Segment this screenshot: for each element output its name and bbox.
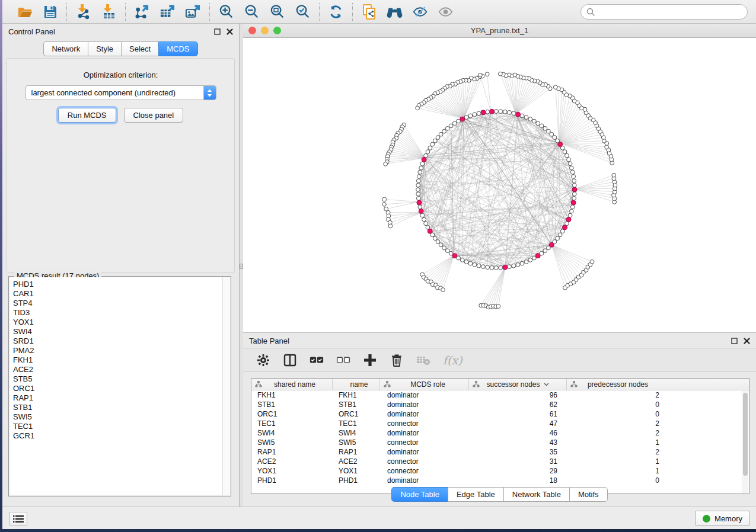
float-panel-icon[interactable] xyxy=(731,338,738,344)
import-table-icon[interactable] xyxy=(101,4,117,20)
tab-network-table[interactable]: Network Table xyxy=(503,487,569,502)
table-cell[interactable]: RAP1 xyxy=(333,448,380,456)
table-scrollbar-thumb[interactable] xyxy=(743,393,748,476)
tab-style[interactable]: Style xyxy=(88,41,121,56)
memory-button[interactable]: Memory xyxy=(695,511,750,526)
table-cell[interactable]: FKH1 xyxy=(251,391,333,399)
table-cell[interactable]: 2 xyxy=(567,419,669,428)
close-panel-icon[interactable] xyxy=(227,28,233,35)
deselect-all-icon[interactable] xyxy=(336,353,350,367)
zoom-fit-icon[interactable] xyxy=(269,4,285,20)
mcds-result-item[interactable]: SRD1 xyxy=(13,336,230,346)
float-panel-icon[interactable] xyxy=(214,28,221,35)
table-cell[interactable]: SWI4 xyxy=(333,429,380,437)
table-cell[interactable]: SWI5 xyxy=(333,438,380,447)
network-canvas[interactable] xyxy=(243,38,756,332)
delete-column-icon[interactable] xyxy=(390,353,404,367)
table-cell[interactable]: 2 xyxy=(567,391,669,399)
mcds-result-item[interactable]: RAP1 xyxy=(13,393,230,403)
select-all-icon[interactable] xyxy=(310,353,324,367)
optimization-criterion-select[interactable]: largest connected component (undirected) xyxy=(25,85,216,100)
table-cell[interactable]: ORC1 xyxy=(251,410,333,418)
mcds-result-item[interactable]: STB5 xyxy=(13,374,230,384)
export-image-icon[interactable] xyxy=(185,4,201,20)
global-search[interactable] xyxy=(580,4,748,20)
mcds-result-item[interactable]: PHD1 xyxy=(13,280,230,289)
table-cell[interactable]: 1 xyxy=(567,438,669,447)
table-row[interactable]: YOX1YOX1connector291 xyxy=(251,466,749,476)
table-cell[interactable]: 61 xyxy=(469,410,567,418)
table-row[interactable]: TEC1TEC1connector472 xyxy=(251,419,749,428)
table-cell[interactable]: SWI5 xyxy=(251,438,333,447)
mcds-result-item[interactable]: PMA2 xyxy=(13,346,230,355)
table-cell[interactable]: 0 xyxy=(567,410,669,418)
table-row[interactable]: RAP1RAP1dominator352 xyxy=(251,447,749,457)
table-cell[interactable]: ORC1 xyxy=(333,410,380,418)
table-row[interactable]: SWI4SWI4dominator462 xyxy=(251,428,749,438)
table-cell[interactable]: YOX1 xyxy=(333,467,380,475)
table-cell[interactable]: 18 xyxy=(469,476,567,485)
mcds-result-item[interactable]: FKH1 xyxy=(13,355,230,365)
network-graph[interactable] xyxy=(243,38,756,332)
run-mcds-button[interactable]: Run MCDS xyxy=(58,108,116,123)
table-row[interactable]: FKH1FKH1dominator962 xyxy=(251,390,749,400)
table-cell[interactable]: 29 xyxy=(469,467,567,475)
add-column-icon[interactable] xyxy=(363,353,377,367)
import-network-icon[interactable] xyxy=(75,4,91,20)
show-panels-list-button[interactable] xyxy=(9,512,27,525)
find-binoculars-icon[interactable] xyxy=(387,4,403,20)
column-header-predecessor-nodes[interactable]: predecessor nodes xyxy=(567,379,669,390)
table-cell[interactable]: dominator xyxy=(380,391,469,399)
table-cell[interactable]: FKH1 xyxy=(333,391,380,399)
table-cell[interactable]: 1 xyxy=(567,457,669,466)
mcds-result-item[interactable]: SWI4 xyxy=(13,327,230,336)
column-header-mcds-role[interactable]: MCDS role xyxy=(380,379,469,390)
table-cell[interactable]: 2 xyxy=(567,448,669,456)
table-cell[interactable]: PHD1 xyxy=(251,476,333,485)
table-cell[interactable]: dominator xyxy=(380,429,469,437)
table-row[interactable]: PHD1PHD1dominator180 xyxy=(251,476,749,485)
hide-graphics-details-icon[interactable] xyxy=(412,4,428,20)
table-cell[interactable]: 62 xyxy=(469,400,567,409)
table-cell[interactable]: 0 xyxy=(567,400,669,409)
table-cell[interactable]: dominator xyxy=(380,448,469,456)
table-cell[interactable]: dominator xyxy=(380,410,469,418)
tab-select[interactable]: Select xyxy=(121,41,158,56)
table-cell[interactable]: TEC1 xyxy=(251,419,333,428)
table-cell[interactable]: dominator xyxy=(380,400,469,409)
save-session-icon[interactable] xyxy=(42,4,58,20)
table-cell[interactable]: 46 xyxy=(469,429,567,437)
table-cell[interactable]: TEC1 xyxy=(333,419,380,428)
tab-network[interactable]: Network xyxy=(43,41,88,56)
table-cell[interactable]: 43 xyxy=(469,438,567,447)
table-cell[interactable]: connector xyxy=(380,419,469,428)
open-file-icon[interactable] xyxy=(17,4,33,20)
delete-table-icon[interactable] xyxy=(416,353,430,367)
table-cell[interactable]: 47 xyxy=(469,419,567,428)
table-cell[interactable]: ACE2 xyxy=(251,457,333,466)
table-cell[interactable]: ACE2 xyxy=(333,457,380,466)
mcds-result-item[interactable]: SWI5 xyxy=(13,412,230,422)
mcds-result-item[interactable]: YOX1 xyxy=(13,318,230,327)
table-row[interactable]: ACE2ACE2connector311 xyxy=(251,457,749,466)
column-header-name[interactable]: name xyxy=(333,379,380,390)
zoom-in-icon[interactable] xyxy=(218,4,234,20)
show-graphics-details-icon[interactable] xyxy=(438,4,454,20)
function-builder-icon[interactable]: f(x) xyxy=(443,354,462,367)
mcds-result-item[interactable]: TEC1 xyxy=(13,422,230,431)
table-row[interactable]: SWI5SWI5connector431 xyxy=(251,438,749,447)
column-header-shared-name[interactable]: shared name xyxy=(251,379,333,390)
mcds-result-item[interactable]: ORC1 xyxy=(13,384,230,393)
column-header-successor-nodes[interactable]: successor nodes xyxy=(469,379,567,390)
mcds-result-item[interactable]: TID3 xyxy=(13,308,230,318)
export-network-icon[interactable] xyxy=(134,4,150,20)
table-cell[interactable]: RAP1 xyxy=(251,448,333,456)
table-cell[interactable]: 96 xyxy=(469,391,567,399)
table-cell[interactable]: 2 xyxy=(567,429,669,437)
table-cell[interactable]: STB1 xyxy=(251,400,333,409)
table-cell[interactable]: YOX1 xyxy=(251,467,333,475)
tab-edge-table[interactable]: Edge Table xyxy=(448,487,503,502)
mcds-result-item[interactable]: ACE2 xyxy=(13,365,230,374)
show-column-panel-icon[interactable] xyxy=(283,353,297,367)
table-cell[interactable]: 31 xyxy=(469,457,567,466)
